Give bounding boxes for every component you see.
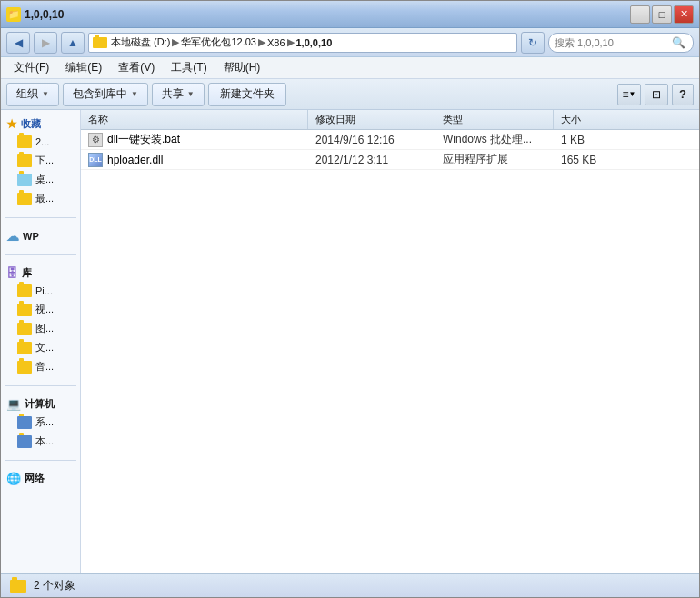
local-folder-icon [17, 435, 32, 448]
recent-folder-icon [17, 135, 32, 148]
file-type-cell-1: Windows 批处理... [435, 132, 554, 147]
breadcrumb-part-2[interactable]: 华军优化包12.03 [181, 35, 256, 49]
refresh-button[interactable]: ↻ [521, 32, 545, 54]
library-header[interactable]: 🗄 库 [5, 264, 76, 282]
column-header: 名称 修改日期 类型 大小 [81, 110, 699, 130]
help-icon: ? [679, 87, 686, 101]
column-type-label: 类型 [443, 113, 463, 126]
network-label: 网络 [25, 472, 45, 485]
recent2-folder-icon [17, 193, 32, 205]
sidebar-item-image[interactable]: 图... [5, 319, 76, 338]
sidebar-item-sys[interactable]: 系... [5, 413, 76, 432]
share-label: 共享 [162, 86, 184, 102]
title-controls: ─ □ ✕ [630, 5, 694, 24]
computer-icon: 💻 [6, 397, 21, 411]
sidebar: ★ 收藏 2... 下... 桌... 最... [1, 110, 81, 573]
breadcrumb-sep-3: ▶ [287, 36, 295, 48]
search-input[interactable] [555, 37, 672, 48]
menu-view[interactable]: 查看(V) [111, 58, 162, 77]
help-button[interactable]: ? [672, 84, 694, 105]
sidebar-divider-1 [5, 217, 76, 218]
organize-button[interactable]: 组织 ▼ [6, 83, 59, 106]
favorites-label: 收藏 [21, 117, 41, 131]
sidebar-item-desktop[interactable]: 桌... [5, 170, 76, 189]
status-text: 2 个对象 [34, 578, 75, 593]
sidebar-item-video[interactable]: 视... [5, 300, 76, 319]
title-bar-left: 📁 1,0,0,10 [6, 7, 64, 22]
file-name-2: hploader.dll [107, 154, 163, 166]
share-arrow-icon: ▼ [187, 90, 195, 98]
network-header[interactable]: 🌐 网络 [5, 470, 76, 487]
sidebar-item-recent[interactable]: 2... [5, 133, 76, 151]
breadcrumb-part-1[interactable]: 本地磁盘 (D:) [111, 35, 170, 49]
image-folder-icon [17, 323, 32, 335]
close-button[interactable]: ✕ [674, 5, 694, 24]
library-section-icon: 🗄 [6, 266, 18, 280]
menu-edit[interactable]: 编辑(E) [58, 58, 109, 77]
sidebar-item-pic[interactable]: Pi... [5, 282, 76, 300]
search-bar[interactable]: 🔍 [548, 33, 694, 53]
sidebar-item-recent2[interactable]: 最... [5, 189, 76, 208]
file-date-1: 2014/9/16 12:16 [315, 134, 395, 146]
file-type-2: 应用程序扩展 [443, 153, 508, 165]
table-row[interactable]: dll一键安装.bat 2014/9/16 12:16 Windows 批处理.… [81, 130, 699, 150]
wp-header[interactable]: ☁ WP [5, 227, 76, 245]
sidebar-item-image-label: 图... [35, 322, 54, 335]
network-section: 🌐 网络 [1, 464, 80, 493]
sidebar-item-local-label: 本... [35, 434, 54, 448]
library-section-label: 库 [22, 266, 32, 280]
file-name-1: dll一键安装.bat [107, 132, 180, 147]
column-date-label: 修改日期 [315, 113, 355, 126]
sidebar-item-local[interactable]: 本... [5, 432, 76, 451]
status-bar: 2 个对象 [1, 573, 699, 597]
pic-folder-icon [17, 284, 32, 297]
column-date-header[interactable]: 修改日期 [308, 110, 435, 129]
back-button[interactable]: ◀ [6, 32, 30, 54]
library-arrow-icon: ▼ [131, 90, 138, 98]
sidebar-item-music[interactable]: 音... [5, 357, 76, 376]
restore-button[interactable]: □ [652, 5, 672, 24]
view-button[interactable]: ≡ ▼ [617, 84, 641, 105]
view-icon: ≡ [623, 88, 629, 101]
breadcrumb-folder-icon [93, 37, 107, 48]
file-size-2: 165 KB [561, 154, 596, 166]
column-type-header[interactable]: 类型 [435, 110, 554, 129]
breadcrumb-bar[interactable]: 本地磁盘 (D:) ▶ 华军优化包12.03 ▶ X86 ▶ 1,0,0,10 [88, 33, 517, 53]
library-button[interactable]: 包含到库中 ▼ [63, 83, 148, 106]
sidebar-item-download[interactable]: 下... [5, 151, 76, 170]
menu-tools[interactable]: 工具(T) [164, 58, 214, 77]
new-folder-button[interactable]: 新建文件夹 [208, 83, 286, 106]
menu-file[interactable]: 文件(F) [6, 58, 56, 77]
file-size-cell-2: 165 KB [554, 154, 699, 166]
forward-button[interactable]: ▶ [34, 32, 57, 54]
favorites-header[interactable]: ★ 收藏 [5, 115, 76, 133]
status-folder-icon [10, 580, 26, 593]
sidebar-item-sys-label: 系... [35, 415, 54, 429]
column-size-header[interactable]: 大小 [554, 110, 699, 129]
menu-help[interactable]: 帮助(H) [216, 58, 268, 77]
music-folder-icon [17, 361, 32, 374]
breadcrumb-sep-1: ▶ [172, 36, 179, 48]
breadcrumb-part-4[interactable]: 1,0,0,10 [296, 37, 333, 48]
computer-section: 💻 计算机 系... 本... [1, 390, 80, 456]
minimize-button[interactable]: ─ [630, 5, 650, 24]
sidebar-item-download-label: 下... [35, 154, 54, 167]
view-arrow-icon: ▼ [629, 90, 636, 98]
up-button[interactable]: ▲ [61, 32, 85, 54]
window-title: 1,0,0,10 [25, 8, 64, 21]
column-size-label: 大小 [561, 113, 581, 126]
breadcrumb-part-3[interactable]: X86 [267, 37, 285, 48]
pane-button[interactable]: ⊡ [645, 84, 668, 105]
file-size-1: 1 KB [561, 134, 585, 146]
table-row[interactable]: DLL hploader.dll 2012/1/12 3:11 应用程序扩展 1… [81, 150, 699, 170]
sidebar-item-doc[interactable]: 文... [5, 338, 76, 357]
file-date-2: 2012/1/12 3:11 [315, 154, 388, 166]
computer-header[interactable]: 💻 计算机 [5, 395, 76, 413]
explorer-window: 📁 1,0,0,10 ─ □ ✕ ◀ ▶ ▲ 本地磁盘 (D:) ▶ 华军优化包… [0, 0, 700, 598]
file-type-cell-2: 应用程序扩展 [435, 152, 554, 167]
wp-label: WP [23, 231, 39, 242]
share-button[interactable]: 共享 ▼ [152, 83, 205, 106]
sidebar-divider-3 [5, 385, 76, 386]
column-name-header[interactable]: 名称 [81, 110, 308, 129]
column-name-label: 名称 [88, 113, 108, 126]
